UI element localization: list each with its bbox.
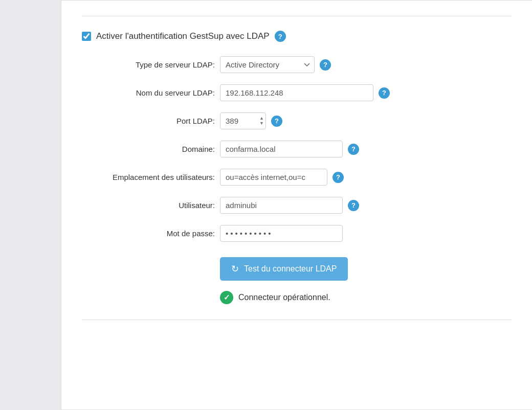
test-ldap-button[interactable]: ↻ Test du connecteur LDAP (220, 257, 348, 281)
status-success-icon: ✓ (220, 291, 233, 304)
port-row: Port LDAP: ▲ ▼ ? (82, 112, 450, 129)
user-help-icon[interactable]: ? (348, 200, 359, 211)
test-ldap-label: Test du connecteur LDAP (244, 264, 337, 274)
server-name-label: Nom du serveur LDAP: (82, 88, 215, 97)
ldap-enable-help-icon[interactable]: ? (275, 31, 286, 42)
sidebar (0, 0, 61, 410)
server-type-select[interactable]: Active Directory OpenLDAP (220, 56, 315, 73)
port-help-icon[interactable]: ? (271, 116, 282, 127)
port-down-button[interactable]: ▼ (259, 121, 264, 126)
port-input-wrapper: ▲ ▼ (220, 112, 266, 129)
password-label: Mot de passe: (82, 229, 215, 238)
ldap-enable-checkbox[interactable] (82, 32, 91, 41)
location-label: Emplacement des utilisateurs: (82, 173, 215, 181)
page-wrapper: Activer l'authentification GestSup avec … (0, 0, 532, 410)
user-label: Utilisateur: (82, 201, 215, 210)
domain-input[interactable] (220, 141, 343, 157)
port-spinners: ▲ ▼ (259, 116, 264, 126)
status-row: ✓ Connecteur opérationnel. (220, 291, 450, 304)
domain-label: Domaine: (82, 145, 215, 153)
user-row: Utilisateur: ? (82, 197, 450, 214)
location-help-icon[interactable]: ? (332, 172, 344, 183)
password-input[interactable] (220, 225, 343, 242)
server-name-row: Nom du serveur LDAP: ? (82, 84, 450, 101)
top-divider (82, 16, 512, 16)
refresh-icon: ↻ (231, 263, 239, 275)
domain-row: Domaine: ? (82, 141, 450, 157)
location-input[interactable] (220, 169, 327, 186)
server-type-row: Type de serveur LDAP: Active Directory O… (82, 56, 450, 73)
checkbox-row: Activer l'authentification GestSup avec … (82, 31, 450, 42)
content-area: Activer l'authentification GestSup avec … (61, 0, 532, 410)
location-row: Emplacement des utilisateurs: ? (82, 169, 450, 186)
domain-help-icon[interactable]: ? (348, 144, 359, 155)
server-name-help-icon[interactable]: ? (379, 87, 390, 99)
server-name-input[interactable] (220, 84, 373, 101)
status-text: Connecteur opérationnel. (238, 293, 330, 302)
server-type-label: Type de serveur LDAP: (82, 60, 215, 69)
ldap-section: Activer l'authentification GestSup avec … (82, 31, 450, 304)
button-area: ↻ Test du connecteur LDAP (220, 253, 450, 291)
port-up-button[interactable]: ▲ (259, 116, 264, 121)
bottom-divider (82, 320, 512, 320)
user-input[interactable] (220, 197, 343, 214)
ldap-enable-label: Activer l'authentification GestSup avec … (96, 31, 270, 41)
password-row: Mot de passe: (82, 225, 450, 242)
server-type-select-wrapper: Active Directory OpenLDAP (220, 56, 315, 73)
port-label: Port LDAP: (82, 117, 215, 125)
server-type-help-icon[interactable]: ? (320, 59, 331, 71)
